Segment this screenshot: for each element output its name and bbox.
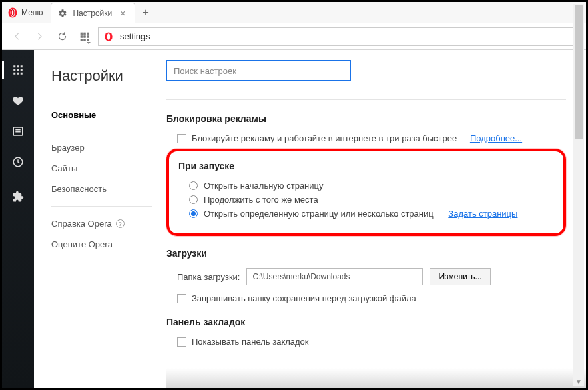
download-ask-label: Запрашивать папку сохранения перед загру… <box>192 293 416 303</box>
speed-dial-button[interactable] <box>75 27 94 46</box>
svg-rect-7 <box>87 33 89 35</box>
active-tab[interactable]: Настройки × <box>51 3 135 23</box>
adblock-more-link[interactable]: Подробнее... <box>470 133 522 143</box>
forward-button[interactable] <box>30 27 49 46</box>
page-title: Настройки <box>51 67 152 85</box>
sidebar-news-icon[interactable] <box>11 125 25 138</box>
download-folder-row: Папка загрузки: Изменить... <box>177 268 566 285</box>
set-pages-link[interactable]: Задать страницы <box>448 209 517 219</box>
startup-option-3-label: Открыть определенную страницу или нескол… <box>204 209 434 219</box>
radio-icon <box>189 209 198 218</box>
startup-option-3[interactable]: Открыть определенную страницу или нескол… <box>189 209 554 219</box>
startup-section-highlight: При запуске Открыть начальную страницу П… <box>166 149 566 236</box>
radio-icon <box>189 195 198 204</box>
svg-rect-5 <box>81 33 83 35</box>
svg-rect-17 <box>17 65 19 67</box>
menu-button[interactable]: Меню <box>2 2 51 23</box>
section-title-startup: При запуске <box>178 161 554 171</box>
gear-icon <box>58 9 67 18</box>
radio-icon <box>189 181 198 190</box>
subnav-item-sites[interactable]: Сайты <box>51 158 152 179</box>
svg-rect-18 <box>21 65 23 67</box>
settings-search-input[interactable] <box>166 61 350 81</box>
svg-rect-20 <box>17 69 19 71</box>
section-title-bookmarks: Панель закладок <box>166 317 566 327</box>
svg-rect-24 <box>21 73 23 75</box>
subnav-item-browser[interactable]: Браузер <box>51 137 152 158</box>
navbar <box>2 23 586 50</box>
subnav-item-rate[interactable]: Оцените Opera <box>51 234 152 255</box>
bookmarks-show-label: Показывать панель закладок <box>192 337 309 347</box>
svg-point-4 <box>12 10 13 15</box>
svg-rect-13 <box>87 39 89 41</box>
titlebar: Меню Настройки × + <box>2 2 586 23</box>
svg-rect-23 <box>17 73 19 75</box>
reload-button[interactable] <box>53 27 71 46</box>
download-ask-row: Запрашивать папку сохранения перед загру… <box>177 293 566 303</box>
svg-rect-22 <box>13 73 15 75</box>
download-change-button[interactable]: Изменить... <box>430 268 490 285</box>
subnav-item-help[interactable]: Справка Opera ? <box>51 213 152 234</box>
subnav-item-security[interactable]: Безопасность <box>51 179 152 199</box>
opera-logo-icon <box>7 7 18 18</box>
new-tab-button[interactable]: + <box>135 7 155 19</box>
bookmarks-show-row: Показывать панель закладок <box>177 337 566 347</box>
scroll-thumb[interactable] <box>575 5 583 139</box>
adblock-label: Блокируйте рекламу и работайте в интерне… <box>192 133 457 143</box>
download-folder-input[interactable] <box>246 268 423 285</box>
svg-rect-6 <box>84 33 86 35</box>
adblock-checkbox[interactable] <box>177 134 186 143</box>
svg-rect-8 <box>81 35 83 37</box>
back-button[interactable] <box>7 27 26 46</box>
startup-option-1-label: Открыть начальную страницу <box>204 181 324 191</box>
help-icon: ? <box>116 219 125 228</box>
svg-rect-19 <box>13 69 15 71</box>
tab-close-icon[interactable]: × <box>117 8 128 19</box>
download-folder-label: Папка загрузки: <box>177 272 240 282</box>
startup-option-2[interactable]: Продолжить с того же места <box>189 195 554 205</box>
section-title-downloads: Загрузки <box>166 248 566 259</box>
startup-option-1[interactable]: Открыть начальную страницу <box>189 181 554 191</box>
svg-rect-21 <box>21 69 23 71</box>
address-input[interactable] <box>119 31 575 42</box>
section-title-adblock: Блокировка рекламы <box>166 113 566 124</box>
subnav-help-label: Справка Opera <box>51 219 112 229</box>
scroll-down-icon[interactable]: ▼ <box>575 377 583 386</box>
tab-title: Настройки <box>73 9 112 18</box>
opera-badge-icon <box>104 32 113 41</box>
sidebar-bookmarks-icon[interactable] <box>11 94 25 107</box>
bottom-shadow <box>166 368 586 388</box>
adblock-row: Блокируйте рекламу и работайте в интерне… <box>177 133 566 143</box>
svg-rect-9 <box>84 35 86 37</box>
svg-rect-10 <box>87 35 89 37</box>
svg-rect-12 <box>84 39 86 41</box>
svg-rect-16 <box>13 65 15 67</box>
startup-option-2-label: Продолжить с того же места <box>204 195 318 205</box>
address-bar[interactable] <box>98 27 581 46</box>
scrollbar[interactable]: ▲ ▼ <box>573 4 584 386</box>
subnav-item-basic[interactable]: Основные <box>51 105 152 125</box>
menu-label: Меню <box>21 8 43 17</box>
icon-sidebar <box>2 50 34 388</box>
sidebar-speed-dial-icon[interactable] <box>11 63 25 77</box>
bookmarks-show-checkbox[interactable] <box>177 337 186 347</box>
settings-subnav: Настройки Основные Браузер Сайты Безопас… <box>34 50 166 388</box>
download-ask-checkbox[interactable] <box>177 294 186 303</box>
svg-point-15 <box>107 33 110 40</box>
sidebar-history-icon[interactable] <box>11 155 25 169</box>
sidebar-extensions-icon[interactable] <box>11 190 25 203</box>
settings-content: Блокировка рекламы Блокируйте рекламу и … <box>166 50 586 388</box>
svg-rect-11 <box>81 39 83 41</box>
